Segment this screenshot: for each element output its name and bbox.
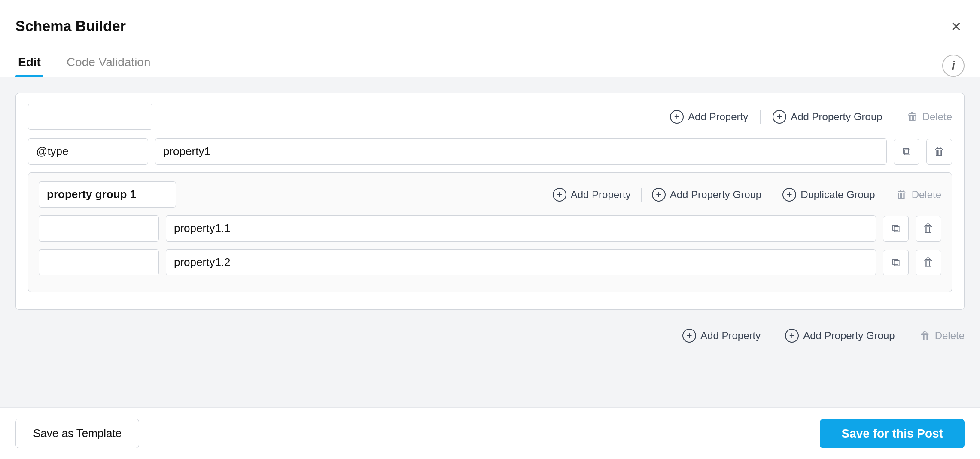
delete-property-button-type[interactable]: 🗑 — [926, 139, 952, 165]
schema-name-input[interactable] — [28, 104, 152, 130]
schema-block: + Add Property + Add Property Group 🗑 De… — [15, 93, 965, 310]
schema-block-header: + Add Property + Add Property Group 🗑 De… — [28, 104, 952, 130]
divider-3 — [641, 188, 642, 202]
add-property-icon-group1: + — [553, 188, 566, 202]
modal-header: Schema Builder × — [0, 0, 980, 43]
property-group-1-name-input[interactable] — [39, 181, 176, 208]
duplicate-group-button-group1[interactable]: + Duplicate Group — [782, 188, 875, 202]
copy-icon-1-1: ⧉ — [892, 222, 900, 235]
copy-property-button-1-1[interactable]: ⧉ — [883, 216, 909, 242]
trash-icon-bottom: 🗑 — [919, 329, 931, 343]
info-button[interactable]: i — [942, 55, 965, 77]
add-property-button-top[interactable]: + Add Property — [670, 110, 748, 124]
add-property-icon-bottom: + — [682, 329, 696, 343]
property-key-input-1-1[interactable] — [39, 215, 159, 242]
save-template-button[interactable]: Save as Template — [15, 419, 139, 448]
property-row-type: ⧉ 🗑 — [28, 138, 952, 165]
delete-button-top[interactable]: 🗑 Delete — [907, 110, 952, 123]
divider-4 — [772, 188, 772, 202]
copy-icon-1-2: ⧉ — [892, 256, 900, 269]
trash-icon-top: 🗑 — [907, 110, 918, 123]
add-property-group-icon-group1: + — [652, 188, 666, 202]
divider-2 — [895, 110, 895, 124]
property-group-1-header: + Add Property + Add Property Group + Du… — [39, 181, 941, 208]
tab-code-validation[interactable]: Code Validation — [64, 55, 153, 77]
delete-property-button-1-1[interactable]: 🗑 — [916, 216, 941, 242]
modal-footer: Save as Template Save for this Post — [0, 407, 980, 459]
modal-title: Schema Builder — [15, 18, 126, 34]
trash-icon-1-2: 🗑 — [923, 256, 934, 269]
top-actions: + Add Property + Add Property Group 🗑 De… — [670, 110, 952, 124]
add-property-group-button-bottom[interactable]: + Add Property Group — [785, 329, 895, 343]
tabs-bar: Edit Code Validation i — [0, 43, 980, 77]
property-key-input-1-2[interactable] — [39, 249, 159, 275]
divider-6 — [773, 329, 773, 343]
property-row-1-2: ⧉ 🗑 — [39, 249, 941, 275]
divider-7 — [907, 329, 907, 343]
trash-icon-group1: 🗑 — [896, 188, 907, 201]
tab-edit[interactable]: Edit — [15, 55, 43, 77]
divider-5 — [886, 188, 886, 202]
add-property-group-icon-bottom: + — [785, 329, 799, 343]
property-key-input-type[interactable] — [28, 138, 148, 165]
property-group-1: + Add Property + Add Property Group + Du… — [28, 172, 952, 292]
property-group-1-actions: + Add Property + Add Property Group + Du… — [553, 188, 941, 202]
delete-property-button-1-2[interactable]: 🗑 — [916, 250, 941, 275]
property-value-input-1-2[interactable] — [166, 249, 876, 275]
copy-icon-type: ⧉ — [903, 145, 911, 158]
close-button[interactable]: × — [948, 18, 965, 35]
schema-builder-modal: Schema Builder × Edit Code Validation i … — [0, 0, 980, 459]
add-property-button-bottom[interactable]: + Add Property — [682, 329, 761, 343]
property-value-input-type[interactable] — [155, 138, 887, 165]
property-row-1-1: ⧉ 🗑 — [39, 215, 941, 242]
add-property-icon-top: + — [670, 110, 684, 124]
property-value-input-1-1[interactable] — [166, 215, 876, 242]
delete-button-bottom[interactable]: 🗑 Delete — [919, 329, 965, 343]
copy-property-button-type[interactable]: ⧉ — [894, 139, 919, 165]
add-property-group-icon-top: + — [773, 110, 786, 124]
bottom-actions: + Add Property + Add Property Group 🗑 De… — [15, 318, 965, 347]
save-post-button[interactable]: Save for this Post — [820, 419, 965, 448]
add-property-button-group1[interactable]: + Add Property — [553, 188, 631, 202]
delete-group1-button[interactable]: 🗑 Delete — [896, 188, 941, 201]
add-property-group-button-group1[interactable]: + Add Property Group — [652, 188, 761, 202]
modal-body: + Add Property + Add Property Group 🗑 De… — [0, 77, 980, 407]
divider-1 — [760, 110, 761, 124]
trash-icon-type: 🗑 — [934, 145, 945, 158]
duplicate-group-icon-group1: + — [782, 188, 796, 202]
copy-property-button-1-2[interactable]: ⧉ — [883, 250, 909, 275]
add-property-group-button-top[interactable]: + Add Property Group — [773, 110, 882, 124]
trash-icon-1-1: 🗑 — [923, 222, 934, 235]
